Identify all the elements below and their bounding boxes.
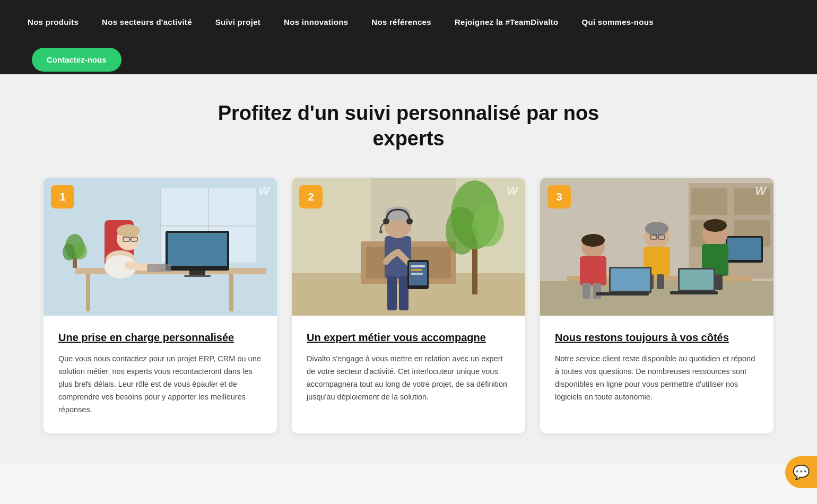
card-2-title: Un expert métier vous accompagne bbox=[307, 331, 510, 344]
svg-rect-37 bbox=[387, 276, 397, 310]
svg-rect-79 bbox=[715, 274, 723, 290]
svg-rect-57 bbox=[727, 238, 761, 260]
svg-rect-6 bbox=[86, 274, 90, 311]
svg-point-35 bbox=[472, 204, 504, 247]
watermark-3: W bbox=[755, 184, 766, 198]
svg-rect-74 bbox=[657, 274, 664, 289]
card-3: 3 W Nous restons toujours à vos côtés No… bbox=[540, 178, 773, 433]
svg-point-76 bbox=[703, 219, 727, 232]
nav-item-team[interactable]: Rejoignez la #TeamDivalto bbox=[443, 12, 570, 32]
chat-widget[interactable]: 💬 bbox=[785, 456, 817, 488]
step-badge-1: 1 bbox=[51, 185, 74, 208]
svg-rect-20 bbox=[147, 264, 171, 272]
watermark-2: W bbox=[507, 184, 518, 198]
navigation: Nos produits Nos secteurs d'activité Sui… bbox=[0, 0, 817, 74]
card-1-title: Une prise en charge personnalisée bbox=[58, 331, 262, 344]
card-2-body: Un expert métier vous accompagne Divalto… bbox=[292, 316, 525, 421]
svg-rect-82 bbox=[596, 292, 649, 296]
svg-rect-7 bbox=[229, 274, 233, 311]
svg-rect-10 bbox=[189, 271, 205, 275]
nav-item-innovations[interactable]: Nos innovations bbox=[272, 12, 360, 32]
nav-item-produits[interactable]: Nos produits bbox=[16, 12, 90, 32]
card-1: 1 W Une prise en charge personnalisée Qu… bbox=[44, 178, 277, 433]
svg-point-43 bbox=[379, 230, 383, 233]
card-3-title: Nous restons toujours à vos côtés bbox=[555, 331, 759, 344]
step-badge-2: 2 bbox=[299, 185, 323, 208]
svg-rect-4 bbox=[160, 225, 256, 227]
svg-rect-47 bbox=[411, 269, 422, 271]
svg-rect-84 bbox=[680, 270, 714, 290]
svg-point-15 bbox=[117, 224, 140, 237]
svg-rect-66 bbox=[593, 283, 601, 299]
svg-rect-9 bbox=[168, 233, 227, 266]
cards-container: 1 W Une prise en charge personnalisée Qu… bbox=[32, 178, 785, 433]
svg-rect-11 bbox=[184, 275, 211, 277]
card-2-image: 2 W bbox=[292, 178, 525, 316]
nav-item-references[interactable]: Nos références bbox=[360, 12, 443, 32]
svg-rect-52 bbox=[691, 188, 727, 215]
card-1-body: Une prise en charge personnalisée Que vo… bbox=[44, 316, 277, 433]
svg-rect-46 bbox=[411, 265, 425, 267]
nav-item-secteurs[interactable]: Nos secteurs d'activité bbox=[90, 12, 204, 32]
nav-item-whoweare[interactable]: Qui sommes-nous bbox=[570, 12, 665, 32]
card-3-body: Nous restons toujours à vos côtés Notre … bbox=[540, 316, 773, 421]
card-3-image: 3 W bbox=[540, 178, 773, 316]
svg-point-42 bbox=[406, 218, 413, 224]
chat-icon: 💬 bbox=[793, 464, 810, 481]
nav-item-suivi[interactable]: Suivi projet bbox=[204, 12, 272, 32]
nav-menu: Nos produits Nos secteurs d'activité Sui… bbox=[16, 12, 801, 32]
card-1-image: 1 W bbox=[44, 178, 277, 316]
card-2: 2 W Un expert métier vous accompagne Div… bbox=[292, 178, 525, 433]
step-badge-3: 3 bbox=[547, 185, 571, 208]
svg-point-63 bbox=[581, 234, 605, 247]
watermark-1: W bbox=[258, 184, 270, 198]
svg-rect-38 bbox=[399, 276, 408, 310]
main-content: Profitez d'un suivi personnalisé par nos… bbox=[0, 74, 817, 465]
svg-rect-64 bbox=[580, 256, 606, 285]
contact-button[interactable]: Contactez-nous bbox=[32, 48, 121, 72]
card-1-text: Que vous nous contactiez pour un projet … bbox=[58, 353, 262, 416]
svg-rect-81 bbox=[611, 268, 650, 291]
svg-point-23 bbox=[63, 244, 75, 260]
card-3-text: Notre service client reste disponible au… bbox=[555, 353, 759, 404]
svg-point-68 bbox=[645, 222, 668, 236]
svg-rect-65 bbox=[583, 283, 590, 299]
card-2-text: Divalto s'engage à vous mettre en relati… bbox=[307, 353, 510, 404]
svg-rect-48 bbox=[411, 273, 423, 275]
section-title: Profitez d'un suivi personnalisé par nos… bbox=[32, 101, 785, 151]
svg-rect-85 bbox=[670, 291, 718, 294]
svg-point-24 bbox=[74, 242, 87, 259]
